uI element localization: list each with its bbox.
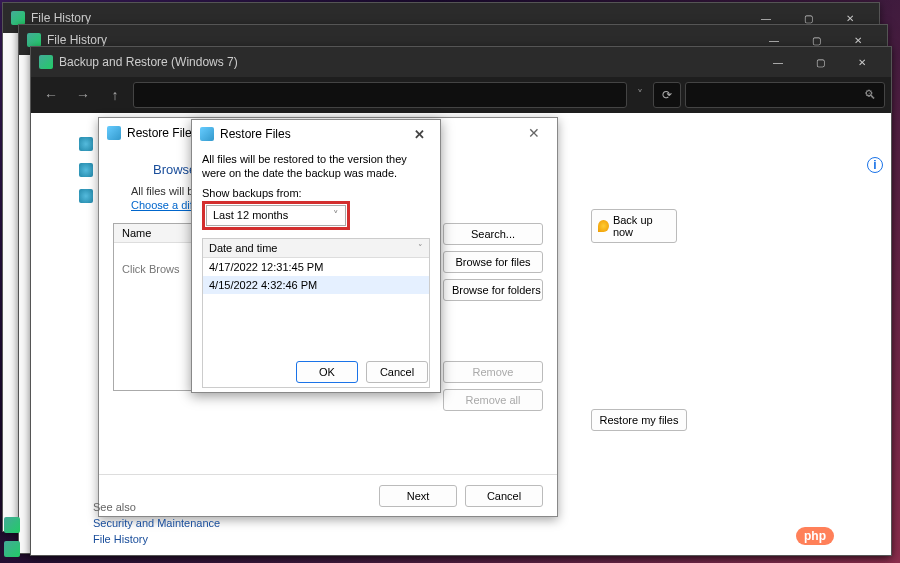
- window-title: File History: [47, 33, 107, 47]
- cancel-button[interactable]: Cancel: [465, 485, 543, 507]
- search-icon: 🔍︎: [864, 88, 876, 102]
- close-button[interactable]: ✕: [841, 48, 883, 76]
- see-also-link[interactable]: Security and Maintenance: [93, 517, 220, 529]
- chevron-down-icon: ˅: [333, 209, 339, 222]
- refresh-button[interactable]: ⟳: [653, 82, 681, 108]
- up-button[interactable]: ↑: [101, 81, 129, 109]
- remove-all-button: Remove all: [443, 389, 543, 411]
- dialog-icon: [200, 127, 214, 141]
- date-range-select[interactable]: Last 12 months ˅: [206, 205, 346, 226]
- cancel-button[interactable]: Cancel: [366, 361, 428, 383]
- list-header[interactable]: Date and time: [209, 242, 277, 254]
- taskbar-icons: [4, 517, 20, 557]
- watermark-text: 中文网: [838, 527, 880, 545]
- dialog-icon: [107, 126, 121, 140]
- shield-icon: [598, 220, 609, 232]
- close-icon[interactable]: ✕: [519, 121, 549, 145]
- back-button[interactable]: ←: [37, 81, 65, 109]
- app-icon: [27, 33, 41, 47]
- forward-button[interactable]: →: [69, 81, 97, 109]
- browse-folders-button[interactable]: Browse for folders: [443, 279, 543, 301]
- window-title: Backup and Restore (Windows 7): [59, 55, 238, 69]
- ok-button[interactable]: OK: [296, 361, 358, 383]
- show-backups-label: Show backups from:: [202, 187, 302, 199]
- app-icon: [39, 55, 53, 69]
- shield-icon: [79, 137, 93, 151]
- date-selection-dialog: Restore Files ✕ All files will be restor…: [191, 119, 441, 393]
- backup-now-label: Back up now: [613, 214, 670, 238]
- dropdown-icon[interactable]: ˅: [631, 88, 649, 102]
- see-also-heading: See also: [93, 501, 220, 513]
- restore-my-files-label: Restore my files: [600, 414, 679, 426]
- restore-my-files-button[interactable]: Restore my files: [591, 409, 687, 431]
- watermark: php 中文网: [796, 527, 880, 545]
- chevron-down-icon: ˅: [418, 243, 423, 253]
- titlebar-win3: Backup and Restore (Windows 7) — ▢ ✕: [31, 47, 891, 77]
- remove-button: Remove: [443, 361, 543, 383]
- shield-icon: [79, 189, 93, 203]
- browse-files-button[interactable]: Browse for files: [443, 251, 543, 273]
- search-box[interactable]: 🔍︎: [685, 82, 885, 108]
- taskbar-icon[interactable]: [4, 541, 20, 557]
- minimize-button[interactable]: —: [757, 48, 799, 76]
- info-badge[interactable]: i: [867, 157, 883, 173]
- close-icon[interactable]: ✕: [406, 123, 432, 145]
- dialog-title: Restore Files: [127, 126, 198, 140]
- sidebar-icons: [79, 137, 99, 203]
- highlighted-region: Last 12 months ˅: [202, 201, 350, 230]
- address-bar[interactable]: [133, 82, 627, 108]
- see-also-link[interactable]: File History: [93, 533, 220, 545]
- backup-now-button[interactable]: Back up now: [591, 209, 677, 243]
- next-button[interactable]: Next: [379, 485, 457, 507]
- dialog-title: Restore Files: [220, 127, 291, 141]
- watermark-pill: php: [796, 527, 834, 545]
- window-title: File History: [31, 11, 91, 25]
- shield-icon: [79, 163, 93, 177]
- app-icon: [11, 11, 25, 25]
- selected-value: Last 12 months: [213, 209, 288, 221]
- backup-date-row[interactable]: 4/17/2022 12:31:45 PM: [203, 258, 429, 276]
- search-button[interactable]: Search...: [443, 223, 543, 245]
- maximize-button[interactable]: ▢: [799, 48, 841, 76]
- see-also-section: See also Security and Maintenance File H…: [93, 501, 220, 545]
- toolbar: ← → ↑ ˅ ⟳ 🔍︎: [31, 77, 891, 113]
- info-text: All files will be restored to the versio…: [202, 152, 430, 181]
- backup-date-row[interactable]: 4/15/2022 4:32:46 PM: [203, 276, 429, 294]
- taskbar-icon[interactable]: [4, 517, 20, 533]
